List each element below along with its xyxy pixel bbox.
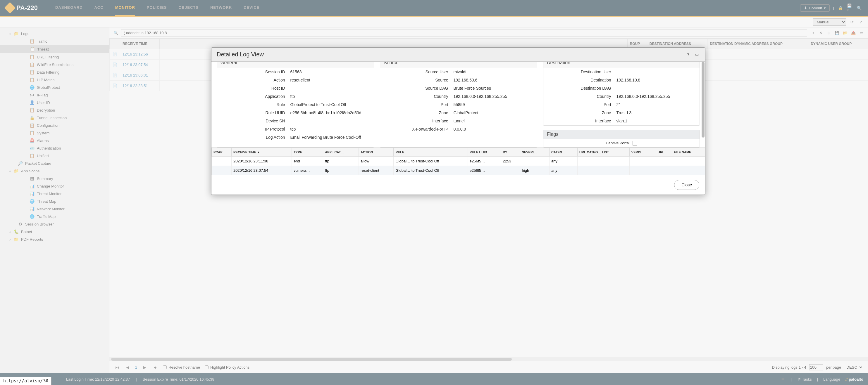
inner-col-header[interactable]: ACTION xyxy=(359,148,394,156)
kv-label: Zone xyxy=(544,109,614,116)
kv-value: ftp xyxy=(288,93,373,100)
browser-url-hint: https://alviso/?# xyxy=(0,377,52,385)
kv-value: mivaldi xyxy=(451,68,537,76)
panel-title: General xyxy=(217,62,374,68)
cell: ftp xyxy=(323,166,359,175)
flag-row: Captive Portal xyxy=(544,139,700,147)
detailed-log-view-modal: Detailed Log View ? ▭ General Session ID… xyxy=(211,47,705,195)
source-panel: Source Source UsermivaldiSource192.168.5… xyxy=(380,62,537,147)
kv-label: Session ID xyxy=(218,68,287,76)
close-button[interactable]: Close xyxy=(674,180,699,190)
kv-value: e256f5bb-ac8f-4f8f-bc1b-f02f8db2d50d xyxy=(288,109,373,116)
cell: end xyxy=(292,156,323,166)
cell: allow xyxy=(359,156,394,166)
kv-label: Destination User xyxy=(544,68,614,76)
panel-title: Flags xyxy=(544,130,700,139)
inner-col-header[interactable]: PCAP xyxy=(212,148,231,156)
kv-value: 192.168.0.0-192.168.255.255 xyxy=(451,93,537,100)
modal-footer: Close xyxy=(212,175,705,195)
kv-value: Brute Force Sources xyxy=(451,84,537,92)
kv-value: reset-client xyxy=(288,76,373,84)
kv-value: 192.168.10.8 xyxy=(614,76,699,84)
kv-label: Country xyxy=(544,93,614,100)
inner-col-header[interactable]: URL CATEG… LIST xyxy=(578,148,630,156)
kv-value: GlobalProtect xyxy=(451,109,537,116)
kv-label: Interface xyxy=(544,117,614,125)
captive-portal-checkbox xyxy=(632,141,637,145)
kv-value: tunnel xyxy=(451,117,537,125)
inner-col-header[interactable]: FILE NAME xyxy=(672,148,705,156)
inner-col-header[interactable]: APPLICAT… xyxy=(323,148,359,156)
general-panel: General Session ID61568Actionreset-clien… xyxy=(217,62,374,147)
cell: e256f5… xyxy=(468,156,501,166)
cell: any xyxy=(549,156,577,166)
kv-value: 61568 xyxy=(288,68,373,76)
kv-label: Source User xyxy=(381,68,451,76)
inner-col-header[interactable]: TYPE xyxy=(292,148,323,156)
cell xyxy=(520,156,549,166)
panel-title: Destination xyxy=(544,62,700,68)
kv-value: vlan.1 xyxy=(614,117,699,125)
cell: 2020/12/16 23:11:38 xyxy=(231,156,291,166)
inner-col-header[interactable]: VERDI… xyxy=(629,148,656,156)
destination-panel: Destination Destination UserDestination1… xyxy=(543,62,700,126)
cell xyxy=(501,166,520,175)
inner-col-header[interactable]: CATEG… xyxy=(549,148,577,156)
cell: Global… to Trust-Cool Off xyxy=(394,166,468,175)
inner-col-header[interactable]: BY… xyxy=(501,148,520,156)
kv-label: Destination xyxy=(544,76,614,84)
flags-panel: Flags Captive Portal xyxy=(543,130,700,147)
kv-label: Interface xyxy=(381,117,451,125)
kv-label: Source xyxy=(381,76,451,84)
panel-title: Source xyxy=(380,62,537,68)
flag-label: Captive Portal xyxy=(606,141,630,145)
cell: any xyxy=(549,166,577,175)
cell: high xyxy=(520,166,549,175)
modal-inner-log-table: PCAPRECEIVE TIME ▲TYPEAPPLICAT…ACTIONRUL… xyxy=(212,147,705,175)
kv-value: 55859 xyxy=(451,101,537,108)
kv-label: Zone xyxy=(381,109,451,116)
cell: vulnera… xyxy=(292,166,323,175)
inner-col-header[interactable]: SEVERI… xyxy=(520,148,549,156)
kv-value: tcp xyxy=(288,125,373,133)
kv-value xyxy=(288,84,373,92)
inner-col-header[interactable]: RULE UUID xyxy=(468,148,501,156)
kv-value: 192.168.0.0-192.168.255.255 xyxy=(614,93,699,100)
kv-label: IP Protocol xyxy=(218,125,287,133)
vertical-scrollbar[interactable] xyxy=(702,62,705,138)
kv-label: Action xyxy=(218,76,287,84)
modal-title: Detailed Log View xyxy=(217,51,264,58)
kv-value xyxy=(614,68,699,76)
kv-value: Email Forwarding Brute Force Cool-Off xyxy=(288,134,373,141)
kv-value: Trust-L3 xyxy=(614,109,699,116)
cell: e256f5… xyxy=(468,166,501,175)
window-icon[interactable]: ▭ xyxy=(694,52,700,58)
cell: reset-client xyxy=(359,166,394,175)
kv-label: Port xyxy=(544,101,614,108)
cell: Global… to Trust-Cool Off xyxy=(394,156,468,166)
kv-value: 192.168.50.6 xyxy=(451,76,537,84)
help-icon[interactable]: ? xyxy=(685,52,691,58)
kv-label: Host ID xyxy=(218,84,287,92)
modal-body: General Session ID61568Actionreset-clien… xyxy=(212,62,705,147)
cell: ftp xyxy=(323,156,359,166)
kv-value: 0.0.0.0 xyxy=(451,125,537,133)
cell: 2253 xyxy=(501,156,520,166)
inner-col-header[interactable]: RULE xyxy=(394,148,468,156)
inner-col-header[interactable]: URL xyxy=(656,148,672,156)
kv-label: Log Action xyxy=(218,134,287,141)
kv-label: Rule UUID xyxy=(218,109,287,116)
modal-header: Detailed Log View ? ▭ xyxy=(212,47,705,62)
inner-col-header[interactable]: RECEIVE TIME ▲ xyxy=(231,148,291,156)
kv-value: 21 xyxy=(614,101,699,108)
kv-label: Application xyxy=(218,93,287,100)
kv-label: Port xyxy=(381,101,451,108)
kv-value: GlobalProtect to Trust-Cool Off xyxy=(288,101,373,108)
kv-label: X-Forwarded-For IP xyxy=(381,125,451,133)
kv-value xyxy=(288,117,373,125)
kv-label: Rule xyxy=(218,101,287,108)
kv-label: Destination DAG xyxy=(544,84,614,92)
cell: 2020/12/16 23:07:54 xyxy=(231,166,291,175)
kv-label: Device SN xyxy=(218,117,287,125)
kv-label: Country xyxy=(381,93,451,100)
